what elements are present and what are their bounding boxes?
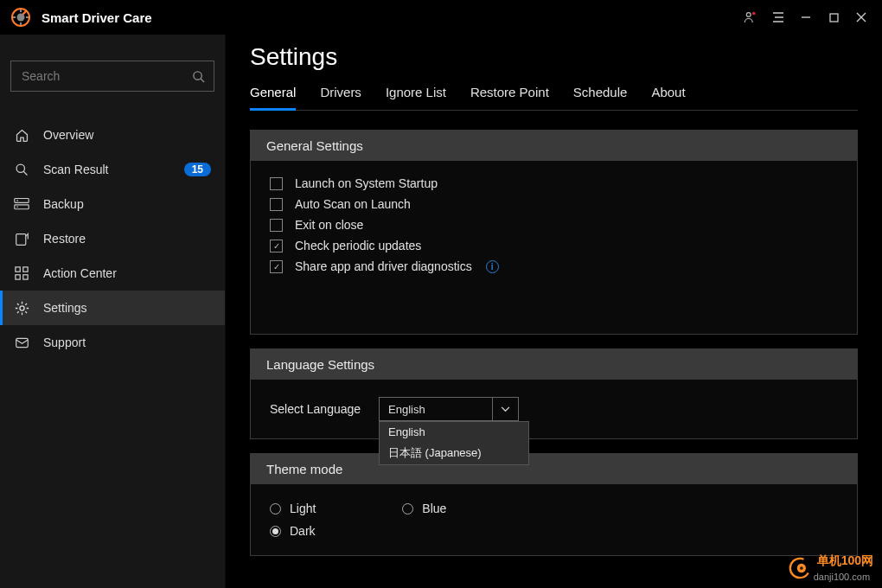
checkbox-checked[interactable]: ✓: [270, 240, 283, 252]
select-language-label: Select Language: [270, 402, 365, 416]
tab-schedule[interactable]: Schedule: [573, 85, 628, 110]
chevron-down-icon[interactable]: [492, 398, 518, 420]
settings-tabs: General Drivers Ignore List Restore Poin…: [250, 85, 858, 111]
title-bar: Smart Driver Care: [0, 0, 882, 35]
home-icon: [14, 127, 29, 143]
scan-badge: 15: [184, 163, 211, 176]
tab-restore-point[interactable]: Restore Point: [470, 85, 549, 110]
option-label: Exit on close: [295, 218, 363, 232]
menu-icon[interactable]: [764, 3, 792, 31]
watermark-text: 单机100网: [817, 553, 873, 567]
option-label: Share app and driver diagnostics: [295, 259, 472, 273]
language-option-english[interactable]: English: [380, 422, 528, 442]
svg-point-9: [16, 200, 18, 201]
svg-rect-14: [16, 275, 20, 279]
option-label: Auto Scan on Launch: [295, 197, 411, 211]
minimize-button[interactable]: [792, 3, 820, 31]
maximize-button[interactable]: [820, 3, 847, 31]
svg-point-2: [746, 13, 751, 17]
backup-icon: [14, 196, 29, 212]
sidebar-item-label: Restore: [43, 232, 211, 246]
svg-point-19: [800, 566, 803, 570]
sidebar-item-action-center[interactable]: Action Center: [0, 256, 225, 291]
theme-option-light[interactable]: Light: [270, 502, 316, 515]
panel-heading: General Settings: [251, 131, 857, 161]
svg-rect-4: [830, 14, 838, 22]
option-label: Launch on System Startup: [295, 176, 438, 190]
sidebar-item-backup[interactable]: Backup: [0, 187, 225, 221]
support-icon: [14, 335, 29, 350]
sidebar-item-settings[interactable]: Settings: [0, 291, 225, 325]
watermark-sub: danji100.com: [814, 572, 870, 582]
gear-icon: [14, 300, 29, 316]
page-title: Settings: [250, 43, 858, 71]
svg-point-10: [16, 206, 18, 208]
search-box[interactable]: [10, 61, 214, 92]
restore-icon: [14, 231, 29, 246]
svg-point-16: [19, 305, 23, 310]
svg-rect-12: [16, 267, 20, 272]
info-icon[interactable]: i: [486, 260, 499, 273]
radio-button[interactable]: [402, 503, 413, 514]
svg-point-6: [16, 164, 24, 172]
svg-rect-11: [16, 233, 25, 245]
tab-ignore-list[interactable]: Ignore List: [386, 85, 446, 110]
radio-label: Light: [290, 502, 316, 515]
theme-option-dark[interactable]: Dark: [270, 524, 316, 538]
svg-rect-13: [23, 267, 28, 272]
sidebar-item-support[interactable]: Support: [0, 325, 225, 360]
radio-label: Dark: [290, 524, 316, 538]
language-dropdown: English 日本語 (Japanese): [379, 421, 529, 465]
watermark-icon: [788, 556, 812, 580]
svg-rect-17: [16, 338, 28, 347]
svg-rect-15: [23, 275, 28, 279]
option-auto-scan[interactable]: Auto Scan on Launch: [270, 194, 838, 214]
radio-button[interactable]: [270, 503, 281, 514]
radio-button-selected[interactable]: [270, 526, 281, 537]
option-launch-startup[interactable]: Launch on System Startup: [270, 173, 838, 194]
svg-point-5: [194, 71, 201, 79]
language-select[interactable]: English: [379, 397, 519, 421]
search-input[interactable]: [20, 68, 192, 84]
sidebar-item-overview[interactable]: Overview: [0, 118, 225, 152]
radio-label: Blue: [422, 502, 446, 515]
panel-heading: Language Settings: [251, 349, 857, 380]
sidebar-item-label: Backup: [43, 197, 211, 211]
scan-icon: [14, 162, 29, 177]
theme-option-blue[interactable]: Blue: [402, 502, 446, 515]
language-settings-panel: Language Settings Select Language Englis…: [250, 348, 858, 439]
general-settings-panel: General Settings Launch on System Startu…: [250, 130, 858, 335]
sidebar: Overview Scan Result 15 Backup Restore A…: [0, 35, 226, 588]
option-share-diagnostics[interactable]: ✓ Share app and driver diagnostics i: [270, 256, 838, 277]
option-exit-on-close[interactable]: Exit on close: [270, 214, 838, 235]
checkbox-checked[interactable]: ✓: [270, 260, 283, 273]
checkbox[interactable]: [270, 177, 283, 190]
option-check-updates[interactable]: ✓ Check periodic updates: [270, 235, 838, 256]
close-button[interactable]: [847, 3, 875, 31]
tab-drivers[interactable]: Drivers: [320, 85, 361, 110]
option-label: Check periodic updates: [295, 239, 421, 252]
language-select-value[interactable]: English: [380, 398, 492, 420]
app-logo-icon: [10, 7, 31, 28]
sidebar-item-label: Action Center: [43, 266, 211, 280]
sidebar-item-label: Scan Result: [43, 163, 170, 176]
user-icon[interactable]: [737, 3, 764, 31]
watermark: 单机100网 danji100.com: [788, 553, 873, 583]
sidebar-item-scan-result[interactable]: Scan Result 15: [0, 152, 225, 187]
sidebar-item-label: Settings: [43, 301, 211, 315]
sidebar-item-label: Overview: [43, 128, 211, 142]
app-name: Smart Driver Care: [42, 10, 152, 25]
tab-about[interactable]: About: [651, 85, 685, 110]
tab-general[interactable]: General: [250, 85, 296, 111]
language-option-japanese[interactable]: 日本語 (Japanese): [380, 442, 528, 464]
checkbox[interactable]: [270, 219, 283, 232]
sidebar-item-label: Support: [43, 336, 211, 349]
grid-icon: [14, 265, 29, 281]
checkbox[interactable]: [270, 198, 283, 211]
theme-mode-panel: Theme mode Light Dark: [250, 453, 858, 556]
search-icon: [192, 70, 205, 83]
content-area: Settings General Drivers Ignore List Res…: [226, 35, 882, 588]
sidebar-item-restore[interactable]: Restore: [0, 221, 225, 256]
panel-heading: Theme mode: [251, 454, 857, 484]
svg-point-3: [752, 12, 756, 16]
